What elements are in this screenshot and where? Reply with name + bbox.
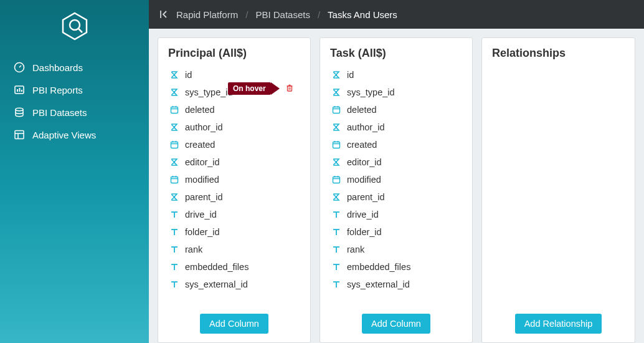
field-name: parent_id bbox=[347, 192, 384, 202]
field-row[interactable]: rank bbox=[330, 241, 472, 258]
logo-hexagon-icon bbox=[60, 11, 90, 41]
add-relationship-button[interactable]: Add Relationship bbox=[515, 314, 602, 334]
svg-rect-8 bbox=[21, 90, 22, 92]
calendar-icon bbox=[331, 140, 341, 149]
field-row[interactable]: author_id bbox=[330, 118, 472, 136]
hover-badge: On hover bbox=[228, 82, 271, 95]
field-row[interactable]: modified bbox=[168, 171, 310, 188]
field-name: embedded_files bbox=[347, 262, 410, 272]
breadcrumb-separator: / bbox=[318, 9, 320, 20]
panel-title: Task (All$) bbox=[320, 38, 472, 66]
svg-rect-6 bbox=[17, 89, 18, 92]
panel-footer: Add Relationship bbox=[482, 307, 635, 342]
panel-title: Principal (All$) bbox=[158, 38, 310, 66]
field-row[interactable]: drive_id bbox=[330, 206, 472, 223]
field-row[interactable]: modified bbox=[330, 171, 472, 188]
svg-rect-49 bbox=[333, 177, 340, 183]
app-logo bbox=[0, 11, 149, 54]
field-row[interactable]: embedded_files bbox=[330, 258, 472, 276]
field-name: folder_id bbox=[347, 227, 382, 237]
field-row[interactable]: deleted bbox=[330, 101, 472, 118]
trash-icon[interactable] bbox=[285, 84, 294, 94]
field-name: parent_id bbox=[185, 192, 222, 202]
field-row[interactable]: editor_id bbox=[168, 153, 310, 171]
sigma-icon bbox=[331, 70, 341, 79]
svg-rect-19 bbox=[171, 107, 178, 114]
main-area: Rapid Platform / PBI Datasets / Tasks An… bbox=[149, 0, 644, 343]
field-row[interactable]: drive_id bbox=[168, 206, 310, 223]
content-row: Principal (All$) idsys_type_idOn hoverde… bbox=[149, 29, 644, 343]
field-name: modified bbox=[347, 175, 381, 185]
sidebar-item-adaptive-views[interactable]: Adaptive Views bbox=[0, 123, 149, 146]
add-column-button[interactable]: Add Column bbox=[200, 314, 268, 334]
column-list-principal[interactable]: idsys_type_idOn hoverdeletedauthor_idcre… bbox=[158, 66, 310, 307]
sidebar-item-label: Adaptive Views bbox=[32, 130, 96, 140]
sigma-icon bbox=[169, 193, 179, 201]
text-type-icon bbox=[169, 263, 179, 271]
field-row[interactable]: sys_external_id bbox=[168, 276, 310, 293]
breadcrumb-mid[interactable]: PBI Datasets bbox=[255, 9, 310, 20]
panel-footer: Add Column bbox=[320, 307, 472, 342]
collapse-back-icon[interactable] bbox=[159, 9, 169, 19]
field-row[interactable]: id bbox=[330, 66, 472, 84]
svg-point-1 bbox=[70, 20, 80, 30]
add-column-button[interactable]: Add Column bbox=[362, 314, 430, 334]
field-row[interactable]: author_id bbox=[168, 118, 310, 136]
sidebar-item-label: PBI Reports bbox=[32, 85, 83, 95]
sidebar-item-label: Dashboards bbox=[32, 62, 83, 73]
svg-rect-45 bbox=[333, 142, 340, 148]
field-row[interactable]: created bbox=[168, 136, 310, 153]
field-name: deleted bbox=[185, 105, 215, 115]
breadcrumb-current: Tasks And Users bbox=[328, 9, 397, 20]
field-name: sys_type_id bbox=[185, 87, 233, 97]
field-row[interactable]: sys_external_id bbox=[330, 276, 472, 293]
sigma-icon bbox=[331, 88, 341, 97]
calendar-icon bbox=[331, 105, 341, 114]
panel-task: Task (All$) idsys_type_iddeletedauthor_i… bbox=[320, 37, 473, 343]
svg-marker-0 bbox=[63, 13, 87, 39]
field-name: sys_external_id bbox=[347, 279, 410, 289]
field-row[interactable]: parent_id bbox=[168, 188, 310, 206]
text-type-icon bbox=[331, 263, 341, 271]
field-row[interactable]: deleted bbox=[168, 101, 310, 118]
text-type-icon bbox=[331, 280, 341, 289]
sigma-icon bbox=[169, 158, 179, 167]
svg-rect-27 bbox=[171, 177, 178, 183]
field-row[interactable]: embedded_files bbox=[168, 258, 310, 276]
field-row[interactable]: rank bbox=[168, 241, 310, 258]
sigma-icon bbox=[331, 193, 341, 201]
sidebar-item-pbi-reports[interactable]: PBI Reports bbox=[0, 79, 149, 101]
sigma-icon bbox=[169, 88, 179, 97]
svg-rect-7 bbox=[19, 88, 21, 92]
svg-line-2 bbox=[78, 29, 82, 32]
field-row[interactable]: sys_type_idOn hover bbox=[168, 84, 310, 101]
breadcrumb-root[interactable]: Rapid Platform bbox=[176, 9, 238, 20]
field-name: created bbox=[347, 140, 377, 150]
text-type-icon bbox=[331, 210, 341, 219]
field-name: sys_external_id bbox=[185, 279, 248, 289]
field-name: editor_id bbox=[185, 157, 220, 167]
gauge-icon bbox=[14, 62, 25, 73]
breadcrumb: Rapid Platform / PBI Datasets / Tasks An… bbox=[149, 0, 644, 29]
hover-delete-callout: On hover bbox=[228, 82, 294, 95]
sigma-icon bbox=[169, 70, 179, 79]
field-row[interactable]: parent_id bbox=[330, 188, 472, 206]
sidebar-item-dashboards[interactable]: Dashboards bbox=[0, 56, 149, 79]
svg-rect-23 bbox=[171, 142, 178, 148]
field-name: editor_id bbox=[347, 157, 382, 167]
field-name: embedded_files bbox=[185, 262, 249, 272]
column-list-task[interactable]: idsys_type_iddeletedauthor_idcreatededit… bbox=[320, 66, 472, 307]
field-name: id bbox=[185, 70, 192, 80]
panel-principal: Principal (All$) idsys_type_idOn hoverde… bbox=[158, 37, 311, 343]
field-row[interactable]: folder_id bbox=[168, 223, 310, 241]
svg-rect-41 bbox=[333, 107, 340, 114]
text-type-icon bbox=[169, 228, 179, 236]
report-icon bbox=[14, 84, 25, 95]
field-row[interactable]: created bbox=[330, 136, 472, 153]
field-name: created bbox=[185, 140, 215, 150]
field-row[interactable]: editor_id bbox=[330, 153, 472, 171]
field-row[interactable]: sys_type_id bbox=[330, 84, 472, 101]
sidebar-item-pbi-datasets[interactable]: PBI Datasets bbox=[0, 101, 149, 123]
field-row[interactable]: id bbox=[168, 66, 310, 84]
field-row[interactable]: folder_id bbox=[330, 223, 472, 241]
